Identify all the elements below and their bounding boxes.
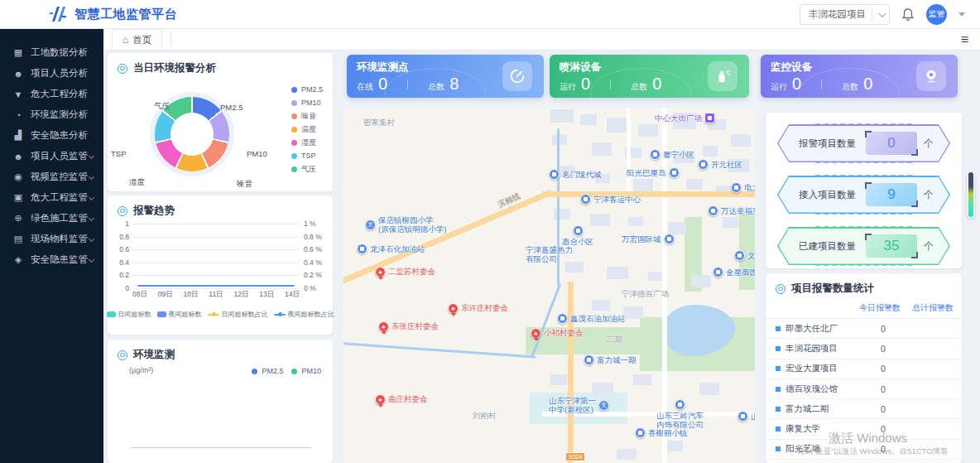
sidebar-item[interactable]: ⊕绿色施工监管 <box>0 208 103 229</box>
legend-item: PM2.5 <box>252 364 283 378</box>
table-row[interactable]: 即墨大任北厂0 <box>766 319 962 339</box>
column-today-alarms[interactable]: 今日报警数 <box>859 302 901 314</box>
legend-item: 夜间超标数占比 <box>274 310 334 319</box>
x-axis-tick: 10日 <box>184 290 199 300</box>
map-poi-marker[interactable]: 馨宁小区 <box>650 149 694 160</box>
sidebar-item[interactable]: ◈安全隐患监管 <box>0 249 103 270</box>
sidebar-item-label: 危大工程监管 <box>31 191 89 204</box>
map-poi-marker[interactable]: 富力城一期 <box>584 354 637 365</box>
project-name: 德百玫瑰公馆 <box>785 383 838 395</box>
sidebar-item[interactable]: ◉视频监控监管 <box>0 166 103 187</box>
table-row[interactable]: 宏业大厦项目0 <box>766 359 962 379</box>
legend-item: 温度 <box>291 123 323 136</box>
map-poi-marker[interactable]: 金星御园 <box>713 267 755 277</box>
sidebar-item[interactable]: ▼危大工程分析 <box>0 84 103 104</box>
panel-alarm-trend: 报警趋势 11 %0.80.8 %0.60.6 %0.40.4 %0.20.2 … <box>108 195 333 335</box>
map-view[interactable]: 密家集村宁津德百广场二期刘刚村滨棉线文保店镇柳园小学 (原保店镇明德小学)龙泽石… <box>343 108 755 463</box>
map-poi-marker[interactable]: 惠合小区 <box>562 225 593 246</box>
map-poi-marker[interactable]: 电力 <box>731 182 755 193</box>
card-env-monitor-points: 环境监测点 在线 0 总数 8 <box>347 55 544 98</box>
home-icon: ⌂ <box>122 34 128 46</box>
map-poi-marker[interactable]: 开元社区 <box>698 159 742 170</box>
map-poi-marker[interactable]: 宁津嘉盛热力 有限公司 <box>526 245 573 264</box>
project-name: 阳光艺墙 <box>785 443 820 455</box>
donut-segment-label: 噪音 <box>237 179 252 190</box>
legend-swatch <box>107 311 116 317</box>
map-village-committee-marker[interactable]: ★小祁村委会 <box>531 328 584 339</box>
sidebar-item[interactable]: ☻项目人员监管 <box>0 146 103 166</box>
sidebar-item-label: 危大工程分析 <box>31 88 97 100</box>
donut-segment-label: PM2.5 <box>220 103 243 112</box>
map-poi-label: 宁津嘉盛热力 有限公司 <box>526 245 573 264</box>
project-name-cell: 即墨大任北厂 <box>776 323 856 335</box>
building <box>592 383 613 395</box>
column-total-alarms[interactable]: 总计报警数 <box>912 302 954 314</box>
building <box>592 300 610 311</box>
map-poi-marker[interactable]: 宁津客运中心 <box>580 194 641 205</box>
gridline <box>132 288 300 289</box>
map-poi-marker[interactable]: 万达幸福里 <box>708 205 755 216</box>
sidebar-item[interactable]: ◔环境监测分析 <box>0 104 103 125</box>
y-axis-tick-right: 0.2 % <box>304 271 322 279</box>
map-poi-marker[interactable]: 阳光巴厘岛 <box>627 167 680 178</box>
sidebar-item[interactable]: ▟安全隐患分析 <box>0 125 103 146</box>
map-village-committee-marker[interactable]: ★东许庄村委会 <box>448 303 508 314</box>
map-poi-label: 金星御园 <box>726 268 755 277</box>
tab-home[interactable]: ⌂ 首页 <box>112 29 162 50</box>
user-avatar[interactable]: 监管 <box>926 4 947 25</box>
building-poi-icon <box>584 354 594 365</box>
table-row[interactable]: 凤凰星辰项目0 <box>766 460 962 463</box>
map-poi-marker[interactable]: 文锦 <box>734 250 755 261</box>
y-axis-tick-left: 0.8 <box>108 233 129 241</box>
map-poi-marker[interactable]: 山东 <box>737 411 755 422</box>
map-poi-marker[interactable]: 名门现代城 <box>549 169 602 180</box>
y-axis-tick-left: 0.6 <box>108 245 129 253</box>
red-pin-icon: ★ <box>378 321 389 332</box>
map-village-committee-marker[interactable]: ★二堂苏村委会 <box>375 267 435 277</box>
project-name-cell: 富力城二期 <box>776 403 856 415</box>
project-name: 富力城二期 <box>785 403 829 415</box>
today-alarm-count: 0 <box>856 324 910 334</box>
user-menu-caret-icon[interactable] <box>958 12 965 17</box>
map-poi-marker[interactable]: 山东宁津第一 中学(新校区)文 <box>549 396 609 415</box>
building <box>633 179 653 191</box>
building <box>633 374 651 385</box>
project-table-title: 项目报警数量统计 <box>791 282 874 296</box>
panel-title-row: 环境监测 <box>108 340 333 362</box>
map-poi-marker[interactable]: 鑫茂石油加油站 <box>557 313 626 324</box>
menu-toggle-icon[interactable]: ≡ <box>961 32 968 47</box>
map-mall-marker[interactable]: 中心大街广场 <box>655 113 715 123</box>
map-poi-marker[interactable]: 龙泽石化加油站 <box>357 244 425 254</box>
today-alarm-count: 0 <box>856 384 910 394</box>
table-row[interactable]: 德百玫瑰公馆0 <box>766 379 962 399</box>
table-row[interactable]: 阳光艺墙0 <box>766 440 962 460</box>
road <box>542 191 755 197</box>
badge-unit: 个 <box>924 137 934 151</box>
map-zoom-slider[interactable] <box>967 171 975 219</box>
notification-bell-icon[interactable] <box>901 7 915 22</box>
stat-value: 0 <box>792 75 801 92</box>
sidebar-item[interactable]: ☻项目人员分析 <box>0 63 103 84</box>
map-poi-marker[interactable]: 山东三岭汽车 内饰有限公司 <box>656 399 704 430</box>
building-poi-icon <box>713 267 723 277</box>
chevron-down-icon <box>89 153 94 159</box>
table-row[interactable]: 康复大学0 <box>766 419 962 439</box>
map-poi-marker[interactable]: 文保店镇柳园小学 (原保店镇明德小学) <box>365 215 446 234</box>
red-pin-icon: ★ <box>448 303 459 314</box>
map-poi-marker[interactable]: 万宏国际城 <box>622 234 675 244</box>
project-selector[interactable]: 丰润花园项目 <box>800 4 890 25</box>
map-village-committee-marker[interactable]: ★曲庄村委会 <box>375 394 428 405</box>
table-row[interactable]: 富力城二期0 <box>766 399 962 419</box>
map-poi-label: 万宏国际城 <box>622 234 661 244</box>
map-poi-marker[interactable]: 香榭丽小镇 <box>635 427 688 438</box>
table-row[interactable]: 丰润花园项目0 <box>766 339 962 359</box>
building-poi-icon <box>635 427 646 438</box>
sidebar-item[interactable]: ▤现场物料监管 <box>0 229 103 249</box>
road-number-badge: S324 <box>565 452 585 461</box>
sidebar-item[interactable]: ▣危大工程监管 <box>0 187 103 208</box>
map-poi-label: 宁津客运中心 <box>593 195 641 204</box>
map-village-committee-marker[interactable]: ★东张庄村委会 <box>378 321 439 332</box>
building <box>723 217 739 228</box>
map-poi-label: 山东宁津第一 中学(新校区) <box>549 396 596 415</box>
sidebar-item[interactable]: ▦工地数据分析 <box>0 42 103 63</box>
